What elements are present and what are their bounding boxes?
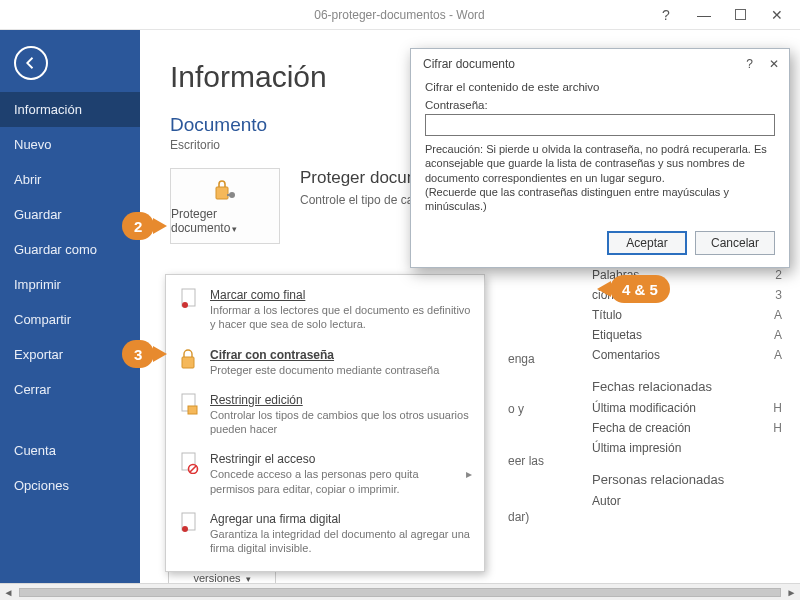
sidebar-item-options[interactable]: Opciones	[0, 468, 140, 503]
ok-button[interactable]: Aceptar	[607, 231, 687, 255]
cancel-button[interactable]: Cancelar	[695, 231, 775, 255]
svg-rect-7	[188, 406, 197, 414]
dialog-help-icon[interactable]: ?	[746, 57, 753, 71]
maximize-button[interactable]	[735, 9, 746, 20]
chevron-down-icon: ▾	[232, 224, 237, 234]
bg-text: o y	[508, 402, 524, 416]
sidebar-item-save[interactable]: Guardar	[0, 197, 140, 232]
password-input[interactable]	[425, 114, 775, 136]
chevron-right-icon: ▸	[466, 467, 472, 481]
scrollbar-thumb[interactable]	[19, 588, 781, 597]
sidebar-item-saveas[interactable]: Guardar como	[0, 232, 140, 267]
backstage-sidebar: Información Nuevo Abrir Guardar Guardar …	[0, 30, 140, 600]
title-bar: 06-proteger-documentos - Word ? — ✕	[0, 0, 800, 30]
sidebar-item-open[interactable]: Abrir	[0, 162, 140, 197]
document-ribbon-icon	[178, 512, 200, 556]
dd-encrypt-password[interactable]: Cifrar con contraseñaProteger este docum…	[166, 341, 484, 386]
dialog-close-button[interactable]: ✕	[769, 57, 779, 71]
scroll-right-icon[interactable]: ►	[783, 587, 800, 598]
dialog-warning: Precaución: Si pierde u olvida la contra…	[425, 142, 775, 213]
password-label: Contraseña:	[425, 99, 775, 111]
app-root: 06-proteger-documentos - Word ? — ✕ Kayl…	[0, 0, 800, 600]
sidebar-item-close[interactable]: Cerrar	[0, 372, 140, 407]
horizontal-scrollbar[interactable]: ◄ ►	[0, 583, 800, 600]
sidebar-item-info[interactable]: Información	[0, 92, 140, 127]
protect-button-label: Proteger documento▾	[171, 207, 279, 235]
document-block-icon	[178, 452, 200, 496]
svg-rect-0	[216, 187, 228, 199]
svg-point-12	[182, 526, 188, 532]
people-header: Personas relacionadas	[592, 472, 782, 487]
close-button[interactable]: ✕	[770, 7, 784, 23]
bg-text: dar)	[508, 510, 529, 524]
svg-rect-2	[227, 194, 233, 196]
scroll-left-icon[interactable]: ◄	[0, 587, 17, 598]
sidebar-item-share[interactable]: Compartir	[0, 302, 140, 337]
help-icon[interactable]: ?	[659, 7, 673, 23]
callout-3: 3	[122, 340, 167, 368]
dialog-subtitle: Cifrar el contenido de este archivo	[425, 81, 775, 93]
bg-text: eer las	[508, 454, 544, 468]
svg-point-4	[182, 302, 188, 308]
window-title: 06-proteger-documentos - Word	[140, 8, 659, 22]
sidebar-item-new[interactable]: Nuevo	[0, 127, 140, 162]
dd-add-signature[interactable]: Agregar una firma digitalGarantiza la in…	[166, 505, 484, 565]
dialog-title: Cifrar documento	[423, 57, 515, 71]
bg-text: enga	[508, 352, 535, 366]
dd-restrict-editing[interactable]: Restringir ediciónControlar los tipos de…	[166, 386, 484, 446]
sidebar-item-export[interactable]: Exportar	[0, 337, 140, 372]
lock-key-icon	[178, 348, 200, 377]
callout-2: 2	[122, 212, 167, 240]
minimize-button[interactable]: —	[697, 7, 711, 23]
document-ribbon-icon	[178, 288, 200, 332]
protect-document-button[interactable]: Proteger documento▾	[170, 168, 280, 244]
lock-key-icon	[210, 177, 240, 203]
encrypt-dialog: Cifrar documento ? ✕ Cifrar el contenido…	[410, 48, 790, 268]
svg-rect-5	[182, 357, 194, 368]
sidebar-item-print[interactable]: Imprimir	[0, 267, 140, 302]
document-lock-icon	[178, 393, 200, 437]
dd-restrict-access[interactable]: Restringir el accesoConcede acceso a las…	[166, 445, 484, 505]
sidebar-item-account[interactable]: Cuenta	[0, 433, 140, 468]
dd-mark-final[interactable]: Marcar como finalInformar a los lectores…	[166, 281, 484, 341]
dates-header: Fechas relacionadas	[592, 379, 782, 394]
protect-dropdown: Marcar como finalInformar a los lectores…	[165, 274, 485, 572]
callout-4-5: 4 & 5	[597, 275, 670, 303]
back-button[interactable]	[14, 46, 48, 80]
